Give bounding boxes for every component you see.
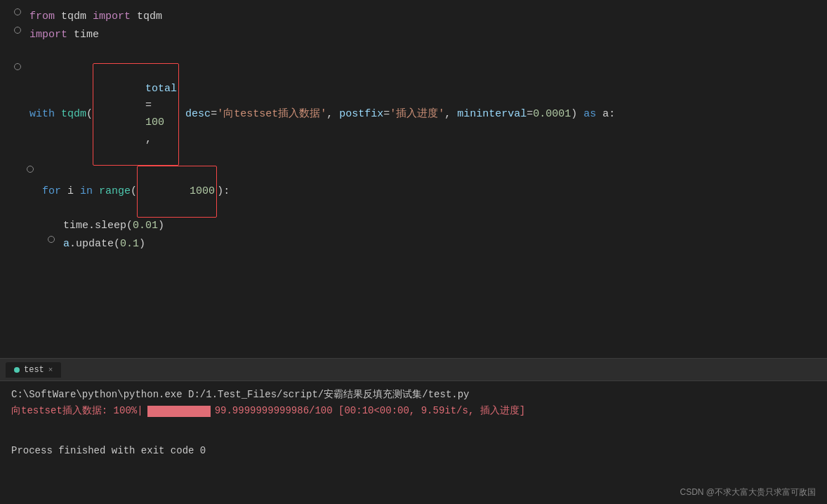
code-line-5: for i in range ( 1000 ): — [0, 166, 827, 218]
eq2: = — [211, 106, 217, 123]
progress-bar-fill — [147, 406, 211, 417]
param-mininterval-val: 0.0001 — [533, 106, 571, 123]
line-content-1: from tqdm import tqdm — [29, 8, 819, 25]
dot-sleep: .sleep( — [88, 218, 133, 234]
space4 — [451, 106, 457, 123]
line-content-5: for i in range ( 1000 ): — [42, 166, 819, 218]
keyword-as: as — [583, 106, 596, 123]
param-postfix: postfix — [339, 106, 383, 123]
gutter-4 — [8, 63, 29, 70]
keyword-import: import — [93, 8, 131, 25]
space-for: i — [61, 183, 80, 200]
var-a: a: — [596, 106, 615, 123]
range-arg-box: 1000 — [137, 166, 217, 218]
breakpoint-dot-5[interactable] — [27, 166, 34, 173]
line-content-4: with tqdm ( total = 100 , desc = '向tests… — [29, 63, 819, 166]
param-total-box: total = 100 , — [93, 63, 179, 166]
space-in — [93, 183, 99, 200]
keyword-with: with — [29, 106, 55, 123]
terminal-cmd-line: C:\SoftWare\python\python.exe D:/1.Test_… — [11, 387, 816, 402]
param-postfix-val: '插入进度' — [390, 106, 444, 123]
breakpoint-dot-4[interactable] — [14, 63, 21, 70]
code-line-7: a .update( 0.1 ) — [0, 236, 827, 254]
tab-close-button[interactable]: × — [48, 366, 53, 374]
terminal-exit-line — [11, 426, 816, 437]
line-content-2: import time — [29, 27, 819, 44]
keyword-import-2: import — [29, 27, 67, 44]
param-desc-val: '向testset插入数据' — [217, 106, 326, 123]
breakpoint-dot-2[interactable] — [14, 27, 21, 34]
terminal-progress-line: 向testset插入数据: 100%| 99.9999999999986/100… — [11, 402, 816, 420]
line-content-6: time .sleep( 0.01 ) — [63, 218, 819, 234]
comma1: , — [145, 133, 152, 145]
import-name: tqdm — [131, 8, 162, 25]
tab-run-icon — [14, 367, 20, 373]
paren-update-close: ) — [139, 236, 145, 253]
tab-label: test — [24, 365, 44, 375]
progress-label-text: 向testset插入数据: 100%| — [11, 402, 143, 420]
range-val: 1000 — [190, 185, 215, 197]
func-range: range — [99, 183, 131, 200]
breakpoint-dot-7[interactable] — [48, 236, 55, 243]
module-name: tqdm — [55, 8, 93, 25]
sleep-val: 0.01 — [133, 218, 158, 234]
breakpoint-dot-1[interactable] — [14, 8, 21, 15]
cmd-text: C:\SoftWare\python\python.exe D:/1.Test_… — [11, 389, 469, 400]
editor-area: from tqdm import tqdm import time with t… — [0, 0, 827, 358]
space — [55, 106, 61, 123]
code-line-1: from tqdm import tqdm — [0, 8, 827, 27]
param-total-name: total — [145, 83, 177, 95]
line-content-3 — [29, 45, 819, 62]
terminal-exit-code: Process finished with exit code 0 — [11, 443, 816, 458]
update-val: 0.1 — [120, 236, 139, 253]
time-obj: time — [63, 218, 88, 234]
code-line-3 — [0, 45, 827, 63]
param-mininterval: mininterval — [457, 106, 527, 123]
terminal-tabs: test × — [0, 359, 827, 381]
param-desc: desc — [185, 106, 211, 123]
code-line-2: import time — [0, 27, 827, 45]
paren-close2: ): — [217, 183, 230, 200]
eq1: = — [145, 100, 152, 112]
space3 — [333, 106, 339, 123]
paren-open: ( — [86, 106, 93, 123]
eq4: = — [527, 106, 533, 123]
comma2: , — [326, 106, 333, 123]
keyword-in: in — [80, 183, 93, 200]
progress-bar-wrapper — [147, 406, 211, 417]
paren-open2: ( — [131, 183, 137, 200]
gutter-7 — [42, 236, 63, 243]
progress-stats-text: 99.9999999999986/100 [00:10<00:00, 9.59i… — [215, 402, 525, 420]
code-line-6: time .sleep( 0.01 ) — [0, 218, 827, 236]
gutter-2 — [8, 27, 29, 34]
gutter-5 — [21, 166, 42, 173]
gutter-1 — [8, 8, 29, 15]
terminal-panel: test × C:\SoftWare\python\python.exe D:/… — [0, 358, 827, 504]
param-total-val: 100 — [145, 117, 164, 128]
comma3: , — [444, 106, 451, 123]
terminal-content: C:\SoftWare\python\python.exe D:/1.Test_… — [0, 381, 827, 504]
keyword-for: for — [42, 183, 61, 200]
line-content-7: a .update( 0.1 ) — [63, 236, 819, 253]
dot-update: .update( — [70, 236, 120, 253]
paren-sleep-close: ) — [158, 218, 164, 234]
code-line-4: with tqdm ( total = 100 , desc = '向tests… — [0, 63, 827, 166]
import-time: time — [67, 27, 99, 44]
var-a2: a — [63, 236, 70, 253]
paren-close: ) — [571, 106, 583, 123]
func-tqdm: tqdm — [61, 106, 86, 123]
terminal-tab-test[interactable]: test × — [6, 362, 61, 378]
space2 — [179, 106, 185, 123]
keyword-from: from — [29, 8, 55, 25]
watermark: CSDN @不求大富大贵只求富可敌国 — [680, 486, 816, 498]
eq3: = — [383, 106, 390, 123]
